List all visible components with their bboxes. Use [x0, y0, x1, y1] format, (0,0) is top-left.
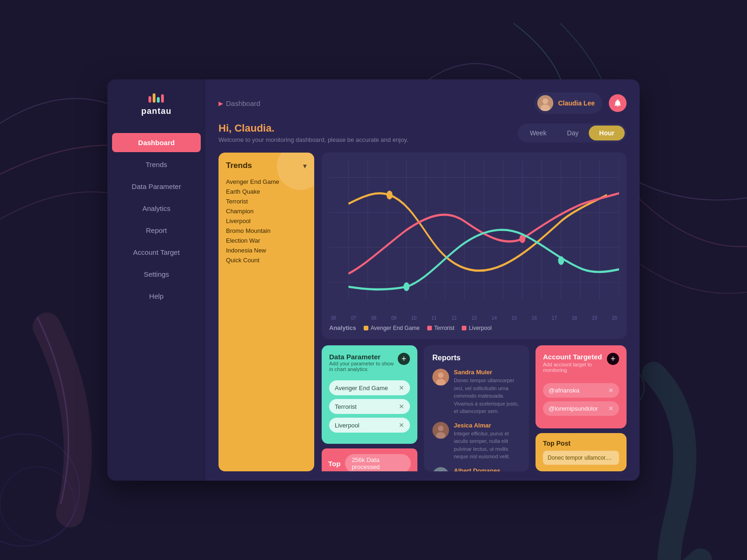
param-tag-remove[interactable]: ✕ — [399, 384, 404, 392]
nav-menu: Dashboard Trends Data Parameter Analytic… — [107, 133, 205, 306]
account-column: Account Targeted Add account target to m… — [536, 345, 627, 471]
account-tag-label-1: @afrianska — [549, 387, 579, 394]
left-column: Trends ▾ Avenger End Game Earth Quake Te… — [218, 153, 314, 471]
svg-point-29 — [438, 372, 444, 378]
trends-card-header: Trends ▾ — [226, 161, 307, 170]
report-item-2: Jesica Almar Integer efficitur, purus et… — [432, 422, 521, 461]
trend-item[interactable]: Liverpool — [226, 216, 307, 226]
trend-item[interactable]: Indonesia New — [226, 245, 307, 255]
param-tag-terrorist: Terrorist ✕ — [329, 399, 410, 414]
notification-button[interactable] — [609, 94, 627, 112]
report-item-1: Sandra Muler Donec tempor ullamcorper or… — [432, 369, 521, 415]
sidebar-item-settings[interactable]: Settings — [107, 265, 205, 284]
app-container: pantau Dashboard Trends Data Parameter A… — [107, 79, 640, 481]
trends-dropdown-icon[interactable]: ▾ — [303, 161, 307, 170]
top-bar: Top 256k Data processed — [322, 448, 417, 471]
analytics-footer: Analytics Avenger End Game Terrorist Liv… — [329, 324, 619, 331]
account-tag-remove-2[interactable]: ✕ — [608, 405, 613, 412]
tab-hour[interactable]: Hour — [589, 126, 625, 140]
data-parameter-column: Data Parameter Add your parameter to sho… — [322, 345, 417, 471]
account-tag-2: @loremipsundolor ✕ — [543, 401, 619, 416]
main-content: ▶ Dashboard Claudia Lee — [205, 79, 640, 481]
chevron-icon: ▶ — [218, 100, 223, 107]
param-tag-remove[interactable]: ✕ — [399, 421, 404, 429]
account-title-area: Account Targeted Add account target to m… — [543, 353, 607, 378]
greeting: Hi, Claudia. — [218, 122, 408, 134]
svg-point-27 — [558, 256, 564, 265]
sidebar-item-analytics[interactable]: Analytics — [107, 199, 205, 218]
top-label: Top — [328, 460, 340, 468]
breadcrumb-text: Dashboard — [226, 99, 260, 107]
analytics-label: Analytics — [329, 324, 356, 331]
trend-item[interactable]: Quick Count — [226, 255, 307, 265]
top-post-value: Donec tempor ullamcor.... — [543, 451, 619, 465]
bottom-row: Data Parameter Add your parameter to sho… — [322, 345, 627, 471]
trend-item[interactable]: Bromo Mountain — [226, 226, 307, 236]
report-avatar-2 — [432, 422, 449, 439]
sidebar-item-trends[interactable]: Trends — [107, 155, 205, 174]
legend-avenger: Avenger End Game — [364, 325, 420, 331]
report-name-3: Albert Domanes — [454, 467, 521, 472]
legend-terrorist: Terrorist — [427, 325, 454, 331]
trend-item[interactable]: Earth Quake — [226, 187, 307, 196]
account-card-header: Account Targeted Add account target to m… — [543, 353, 619, 378]
avatar — [537, 95, 553, 111]
data-param-title-area: Data Parameter Add your parameter to sho… — [329, 353, 398, 378]
sidebar-item-help[interactable]: Help — [107, 287, 205, 306]
time-tabs: Week Day Hour — [518, 124, 627, 142]
welcome-subtitle: Welcome to your monitoring dashboard, pl… — [218, 136, 408, 143]
chart-area — [329, 160, 619, 317]
param-tag-remove[interactable]: ✕ — [399, 403, 404, 410]
analytics-card: 06 07 08 09 10 11 12 13 14 15 16 17 18 1… — [322, 153, 627, 339]
account-subtitle: Add account target to monitoring — [543, 362, 607, 373]
sidebar-item-account-target[interactable]: Account Target — [107, 243, 205, 262]
sidebar-item-data-parameter[interactable]: Data Parameter — [107, 177, 205, 196]
header: ▶ Dashboard Claudia Lee — [218, 92, 627, 114]
svg-point-0 — [0, 434, 79, 546]
top-post-card: Top Post Donec tempor ullamcor.... — [536, 433, 627, 471]
trend-item[interactable]: Avenger End Game — [226, 177, 307, 187]
tab-week[interactable]: Week — [520, 126, 557, 140]
param-tag-avenger: Avenger End Game ✕ — [329, 380, 410, 395]
sidebar-item-report[interactable]: Report — [107, 221, 205, 240]
logo-bar-3 — [157, 97, 160, 103]
svg-point-1 — [0, 467, 75, 541]
account-add-button[interactable]: + — [607, 353, 619, 365]
welcome-row: Hi, Claudia. Welcome to your monitoring … — [218, 122, 627, 143]
content-grid: Trends ▾ Avenger End Game Earth Quake Te… — [218, 153, 627, 471]
breadcrumb: ▶ Dashboard — [218, 99, 260, 107]
report-name-1: Sandra Muler — [454, 369, 521, 376]
report-item-3: Albert Domanes Integer efficitur, purus … — [432, 467, 521, 472]
trend-item[interactable]: Terrorist — [226, 196, 307, 206]
trend-item[interactable]: Election War — [226, 236, 307, 245]
account-tag-remove-1[interactable]: ✕ — [608, 387, 613, 394]
user-profile[interactable]: Claudia Lee — [535, 92, 602, 114]
svg-point-24 — [387, 191, 393, 200]
logo-icon — [148, 93, 164, 103]
param-tag-label: Terrorist — [335, 403, 357, 410]
account-tags: @afrianska ✕ @loremipsundolor ✕ — [543, 383, 619, 416]
sidebar-item-dashboard[interactable]: Dashboard — [112, 133, 201, 152]
report-avatar-3 — [432, 467, 449, 472]
data-param-subtitle: Add your parameter to show in chart anal… — [329, 361, 398, 372]
account-targeted-card: Account Targeted Add account target to m… — [536, 345, 627, 428]
svg-point-3 — [543, 98, 548, 104]
data-param-add-button[interactable]: + — [398, 353, 410, 365]
param-tag-liverpool: Liverpool ✕ — [329, 418, 410, 433]
header-right: Claudia Lee — [535, 92, 627, 114]
legend-label-liverpool: Liverpool — [469, 325, 492, 331]
param-tag-label: Avenger End Game — [335, 385, 388, 392]
legend-dot-liverpool — [462, 326, 466, 330]
legend-label-terrorist: Terrorist — [434, 325, 454, 331]
reports-title: Reports — [432, 354, 521, 362]
right-column: 06 07 08 09 10 11 12 13 14 15 16 17 18 1… — [322, 153, 627, 471]
legend-dot-terrorist — [427, 326, 432, 330]
reports-card: Reports Sandra Muler — [424, 345, 529, 471]
tab-day[interactable]: Day — [557, 126, 589, 140]
report-content-1: Sandra Muler Donec tempor ullamcorper or… — [454, 369, 521, 415]
top-value: 256k Data processed — [345, 454, 411, 471]
trend-item[interactable]: Champion — [226, 206, 307, 216]
logo-bar-2 — [153, 93, 155, 103]
report-content-2: Jesica Almar Integer efficitur, purus et… — [454, 422, 521, 461]
data-param-title: Data Parameter — [329, 353, 398, 361]
